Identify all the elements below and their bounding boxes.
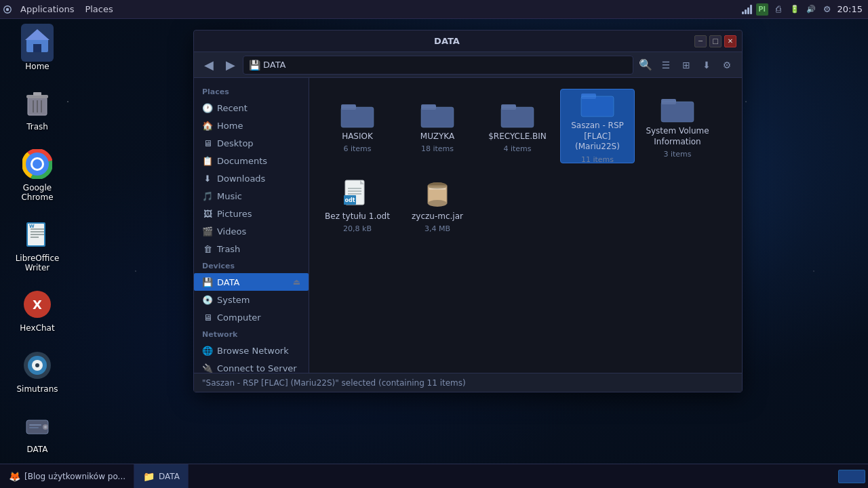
file-name-sysvolinfo: System Volume Information <box>643 126 712 147</box>
places-menu[interactable]: Places <box>79 0 118 19</box>
libreoffice-icon-label: LibreOffice Writer <box>9 253 65 273</box>
data-icon-label: DATA <box>27 445 48 454</box>
file-name-jar: zyczu-mc.jar <box>412 211 463 222</box>
file-name-muzyka: MUZYKA <box>420 131 454 142</box>
file-item-jar[interactable]: zyczu-mc.jar 3,4 MB <box>400 169 475 243</box>
svg-rect-36 <box>341 107 374 127</box>
sidebar-item-pictures[interactable]: 🖼 Pictures <box>194 205 309 222</box>
window-title: DATA <box>199 36 694 46</box>
libreoffice-icon: W <box>21 218 54 251</box>
volume-icon[interactable]: 🔊 <box>805 3 817 16</box>
file-item-sysvolinfo[interactable]: System Volume Information 3 items <box>640 89 715 163</box>
forward-button[interactable]: ▶ <box>221 56 240 75</box>
svg-rect-34 <box>29 424 41 426</box>
minimize-button[interactable]: ─ <box>694 35 707 47</box>
svg-marker-3 <box>25 29 50 40</box>
app-menu-icon[interactable] <box>0 0 15 19</box>
desktop-icon-trash[interactable]: Trash <box>7 84 68 134</box>
sidebar-item-computer[interactable]: 🖥 Computer <box>194 308 309 326</box>
status-text: "Saszan - RSP [FLAC] (Mariu22S)" selecte… <box>202 378 466 388</box>
toolbar-right-buttons: 🔍 ☰ ⊞ ⬇ ⚙ <box>636 56 736 75</box>
sidebar-item-music[interactable]: 🎵 Music <box>194 187 309 205</box>
battery-icon: 🔋 <box>789 3 801 16</box>
download-button[interactable]: ⬇ <box>697 56 716 75</box>
sidebar-section-network: Network <box>194 326 309 342</box>
bluetooth-icon[interactable]: ⎙ <box>772 3 785 16</box>
svg-rect-4 <box>33 44 41 52</box>
svg-point-16 <box>33 159 42 169</box>
applications-menu[interactable]: Applications <box>15 0 79 19</box>
svg-rect-7 <box>33 92 41 96</box>
panel-time: 20:15 <box>837 4 863 14</box>
desktop-icon-data[interactable]: DATA <box>7 407 68 457</box>
settings-button[interactable]: ⚙ <box>717 56 736 75</box>
file-item-recycle[interactable]: $RECYCLE.BIN 4 items <box>480 89 555 163</box>
location-bar[interactable]: 💾 DATA <box>243 56 633 75</box>
firefox-taskbar-icon: 🦊 <box>8 470 20 483</box>
desktop-icon-libreoffice[interactable]: W LibreOffice Writer <box>7 216 68 276</box>
svg-text:X: X <box>33 298 42 312</box>
list-view-button[interactable]: ☰ <box>656 56 675 75</box>
desktop-icon-hexchat[interactable]: X HexChat <box>7 285 68 336</box>
file-item-hasiok[interactable]: HASIOK 6 items <box>320 89 395 163</box>
desktop-icon-chrome[interactable]: Google Chrome <box>7 145 68 205</box>
sidebar-item-videos[interactable]: 🎬 Videos <box>194 222 309 240</box>
pictures-sidebar-icon: 🖼 <box>202 208 213 219</box>
toolbar: ◀ ▶ 💾 DATA 🔍 ☰ ⊞ ⬇ ⚙ <box>194 52 742 78</box>
hexchat-icon: X <box>21 288 54 321</box>
sidebar-item-data[interactable]: 💾 DATA ⏏ <box>194 273 309 291</box>
svg-point-33 <box>44 426 47 428</box>
trash-sidebar-icon: 🗑 <box>202 243 213 254</box>
sidebar-section-places: Places <box>194 83 309 99</box>
desktop: Applications Places Pl ⎙ 🔋 🔊 ⚙ 20:15 <box>0 0 868 488</box>
sidebar-item-desktop[interactable]: 🖥 Desktop <box>194 134 309 152</box>
sidebar-item-browse-network[interactable]: 🌐 Browse Network <box>194 342 309 359</box>
sidebar-label-connect-server: Connect to Server <box>217 363 297 373</box>
file-area: HASIOK 6 items MUZYKA 18 items <box>309 78 742 373</box>
file-name-hasiok: HASIOK <box>342 131 373 142</box>
maximize-button[interactable]: □ <box>709 35 722 47</box>
folder-icon-muzyka <box>420 99 455 129</box>
svg-rect-45 <box>581 96 614 117</box>
desktop-icons-area: Home Trash <box>7 24 68 458</box>
main-content: Places 🕐 Recent 🏠 Home 🖥 Desktop 📋 Docum… <box>194 78 742 373</box>
svg-rect-35 <box>29 427 39 428</box>
documents-sidebar-icon: 📋 <box>202 155 213 166</box>
taskbar-label-blog: [Blog użytkowników po... <box>24 472 125 481</box>
taskbar: 🦊 [Blog użytkowników po... 📁 DATA <box>0 464 868 488</box>
desktop-sidebar-icon: 🖥 <box>202 138 213 148</box>
sidebar-label-computer: Computer <box>217 312 261 323</box>
simutrans-icon-label: Simutrans <box>16 384 58 394</box>
desktop-icon-simutrans[interactable]: Simutrans <box>7 346 68 396</box>
search-button[interactable]: 🔍 <box>636 56 655 75</box>
browse-network-icon: 🌐 <box>202 345 213 356</box>
file-manager-window: DATA ─ □ ✕ ◀ ▶ 💾 DATA 🔍 ☰ ⊞ ⬇ ⚙ <box>193 30 743 392</box>
taskbar-right <box>838 470 868 483</box>
sidebar-item-documents[interactable]: 📋 Documents <box>194 152 309 169</box>
filemanager-taskbar-icon: 📁 <box>142 470 155 483</box>
file-item-odt[interactable]: odt Bez tytułu 1.odt 20,8 kB <box>320 169 395 243</box>
settings-icon[interactable]: ⚙ <box>821 3 833 16</box>
sidebar-item-system[interactable]: 💿 System <box>194 291 309 308</box>
taskbar-item-blog[interactable]: 🦊 [Blog użytkowników po... <box>0 464 134 489</box>
svg-point-29 <box>35 363 39 367</box>
trash-icon <box>21 87 54 119</box>
sidebar-item-connect-server[interactable]: 🔌 Connect to Server <box>194 359 309 373</box>
sidebar-item-trash[interactable]: 🗑 Trash <box>194 240 309 258</box>
chrome-icon-label: Google Chrome <box>9 183 65 203</box>
location-drive-icon: 💾 <box>249 60 260 70</box>
taskbar-item-data[interactable]: 📁 DATA <box>134 464 189 489</box>
sidebar-label-pictures: Pictures <box>217 209 252 219</box>
back-button[interactable]: ◀ <box>199 56 218 75</box>
eject-icon[interactable]: ⏏ <box>293 277 300 287</box>
sidebar-item-downloads[interactable]: ⬇ Downloads <box>194 169 309 187</box>
close-button[interactable]: ✕ <box>724 35 736 47</box>
sidebar-item-home[interactable]: 🏠 Home <box>194 117 309 134</box>
window-controls: ─ □ ✕ <box>694 35 736 47</box>
desktop-icon-home[interactable]: Home <box>7 24 68 74</box>
trash-icon-label: Trash <box>26 122 48 131</box>
file-item-saszan[interactable]: Saszan - RSP [FLAC] (Mariu22S) 11 items <box>560 89 635 163</box>
file-item-muzyka[interactable]: MUZYKA 18 items <box>400 89 475 163</box>
grid-view-button[interactable]: ⊞ <box>677 56 696 75</box>
sidebar-item-recent[interactable]: 🕐 Recent <box>194 99 309 117</box>
